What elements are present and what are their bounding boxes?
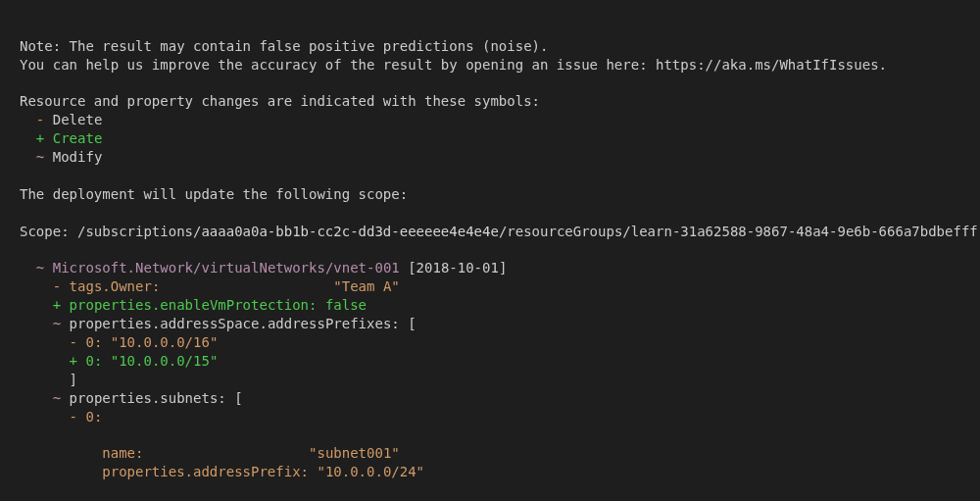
enablevm-key: properties.enableVmProtection:	[70, 297, 318, 313]
addrspace-open-bracket: [	[408, 316, 416, 331]
subnet-prefix-value: "10.0.0.0/24"	[317, 464, 424, 479]
tags-delete-symbol: -	[53, 278, 61, 294]
scope-prefix: Scope: /subscriptions/	[20, 224, 201, 239]
tags-key: tags.Owner:	[70, 278, 161, 294]
create-label: Create	[53, 130, 103, 146]
symbols-header: Resource and property changes are indica…	[20, 93, 540, 109]
subnet-name-value: "subnet001"	[309, 445, 400, 461]
note-line-2: You can help us improve the accuracy of …	[20, 57, 887, 73]
addr-delete-idx: 0:	[85, 334, 102, 350]
addrspace-modify-symbol: ~	[53, 316, 61, 331]
addrspace-close-bracket: ]	[70, 372, 77, 387]
addrspace-key: properties.addressSpace.addressPrefixes:	[70, 316, 400, 331]
subscription-id: aaaa0a0a-bb1b-cc2c-dd3d-eeeeee4e4e4e	[201, 224, 498, 239]
subnet-idx: 0:	[85, 409, 102, 425]
subnets-key: properties.subnets:	[70, 390, 226, 406]
resource-path: Microsoft.Network/virtualNetworks/vnet-0…	[53, 260, 400, 276]
modify-label: Modify	[53, 149, 103, 165]
modify-symbol: ~	[36, 149, 44, 165]
api-version: [2018-10-01]	[408, 260, 507, 276]
subnet-name-key: name:	[102, 445, 143, 461]
scope-suffix: /resourceGroups/learn-31a62588-9867-48a4…	[499, 224, 978, 239]
subnets-open-bracket: [	[234, 390, 242, 406]
addr-create-value: "10.0.0.0/15"	[111, 353, 219, 369]
delete-symbol: -	[36, 112, 44, 127]
tags-value: "Team A"	[333, 278, 399, 294]
subnet-delete-symbol: -	[70, 409, 77, 425]
addr-create-idx: 0:	[85, 353, 102, 369]
scope-header: The deployment will update the following…	[20, 186, 408, 202]
note-line-1: Note: The result may contain false posit…	[20, 38, 548, 54]
subnet-prefix-key: properties.addressPrefix:	[102, 464, 309, 479]
addr-delete-symbol: -	[70, 334, 77, 350]
addr-delete-value: "10.0.0.0/16"	[111, 334, 219, 350]
addr-create-symbol: +	[70, 353, 77, 369]
enablevm-value: false	[325, 297, 367, 313]
enablevm-create-symbol: +	[53, 297, 61, 313]
create-symbol: +	[36, 130, 44, 146]
delete-label: Delete	[53, 112, 103, 127]
subnets-modify-symbol: ~	[53, 390, 61, 406]
resource-modify-symbol: ~	[36, 260, 44, 276]
